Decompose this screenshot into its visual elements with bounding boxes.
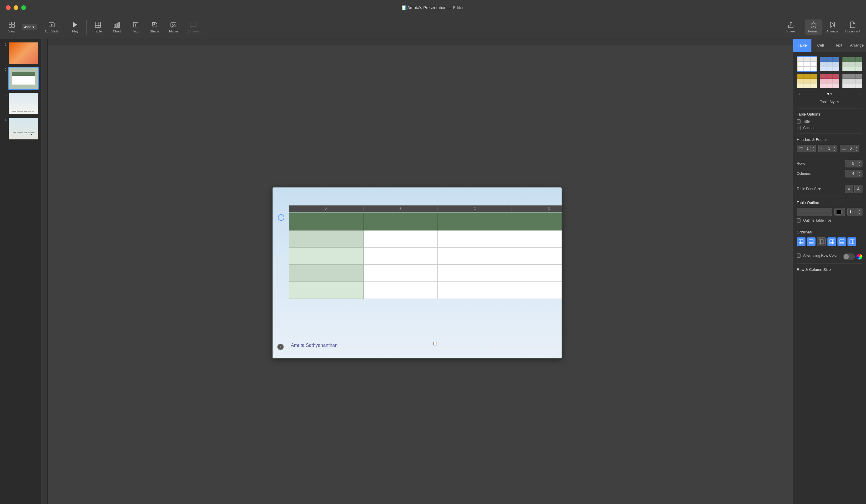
format-button[interactable]: Format [804,20,822,35]
table-cell-4-d[interactable] [512,282,562,299]
table-cell-1-b[interactable] [363,230,438,248]
font-size-decrease[interactable]: A [845,185,853,193]
table-cell-1-a[interactable] [289,230,364,248]
table-cell-3-b[interactable] [363,265,438,282]
alt-row-checkbox[interactable] [797,253,801,257]
font-size-increase[interactable]: A [854,185,863,193]
outline-color-picker[interactable]: ▾ [834,208,845,216]
view-button[interactable]: View [3,20,21,35]
header-cols-control[interactable]: 1 [818,145,837,152]
footer-up[interactable] [854,145,859,149]
gridlines-v-btn[interactable] [817,237,825,246]
table-cell-4-a[interactable] [289,282,364,299]
table-cell-2-b[interactable] [363,248,438,265]
media-tool-button[interactable]: Media [165,20,182,35]
header-rows-up[interactable] [811,145,815,149]
animate-button[interactable]: Animate [823,20,841,35]
tab-arrange[interactable]: Arrange [848,39,866,52]
share-button[interactable]: Share [782,20,800,35]
text-tool-button[interactable]: Text [127,20,145,35]
table-cell-3-c[interactable] [438,265,512,282]
table-cell-2-c[interactable] [438,248,512,265]
header-rows-down[interactable] [811,149,815,152]
slide-thumb-1[interactable]: 1 [2,42,38,65]
table-cell-2-a[interactable] [289,248,364,265]
outline-pt-up[interactable] [857,208,862,212]
rows-up[interactable] [857,160,862,163]
outline-pt-control[interactable]: 1 pt [847,208,863,216]
comment-tool-button[interactable]: Comment [184,20,203,35]
table-row-3[interactable] [289,265,562,282]
minimize-button[interactable] [13,5,18,10]
outline-pt-down[interactable] [857,212,862,216]
columns-up[interactable] [857,170,862,174]
ts-prev-button[interactable]: ‹ [797,91,802,96]
header-cols-down[interactable] [832,149,837,152]
table-cell-1-d[interactable] [512,230,562,248]
table-row-1[interactable] [289,230,562,248]
rows-stepper[interactable] [857,160,862,167]
header-cols-stepper[interactable] [832,145,837,152]
columns-stepper[interactable] [857,170,862,177]
table-cell-3-d[interactable] [512,265,562,282]
slide-thumb-2[interactable]: 2 [2,67,38,90]
gridlines-inner-h-btn[interactable] [837,237,846,246]
outline-title-checkbox[interactable] [797,218,801,222]
ts-white[interactable] [797,56,817,72]
table-cell-2-d[interactable] [512,248,562,265]
table-cell-h-b[interactable] [363,213,438,230]
alt-row-color-picker[interactable] [857,254,863,260]
header-rows-control[interactable]: 1 [797,145,816,152]
table-row-4[interactable] [289,282,562,299]
slide-table-container[interactable]: A B C D [284,213,562,344]
tab-table[interactable]: Table [793,39,811,52]
outline-style-picker[interactable]: ▾ [797,208,832,216]
table-cell-h-c[interactable] [438,213,512,230]
slide-preview-1[interactable] [8,42,38,65]
shape-tool-button[interactable]: Shape [146,20,164,35]
slide-preview-2[interactable] [8,67,38,90]
table-row-2[interactable] [289,248,562,265]
gridlines-all-btn[interactable] [797,237,806,246]
footer-control[interactable]: 0 [840,145,859,152]
table-cell-4-c[interactable] [438,282,512,299]
tab-text[interactable]: Text [830,39,848,52]
gridlines-inner-all-btn[interactable] [828,237,836,246]
columns-control[interactable]: 4 [845,170,863,177]
slide-table[interactable] [289,213,562,299]
table-cell-3-a[interactable] [289,265,364,282]
ts-yellow-header[interactable] [797,73,817,89]
table-bottom-center-handle[interactable] [433,342,437,345]
table-row-handle[interactable] [278,214,284,221]
ts-pink-header[interactable] [819,73,840,89]
caption-checkbox[interactable] [797,126,801,130]
ts-blue-header[interactable] [819,56,840,72]
table-eq-handle[interactable]: = [277,344,284,350]
slide-preview-3[interactable]: Using Keynote as a beginner [8,92,38,115]
slide-canvas[interactable]: A B C D [273,187,562,358]
header-cols-up[interactable] [832,145,837,149]
slide-preview-4[interactable]: Using Keynote as a beginner [8,117,38,140]
columns-down[interactable] [857,174,862,177]
slide-thumb-4[interactable]: 4 Using Keynote as a beginner [2,117,38,140]
play-button[interactable]: Play [66,20,84,35]
footer-stepper[interactable] [854,145,859,152]
gridlines-h-btn[interactable] [807,237,815,246]
ts-green-header[interactable] [842,56,863,72]
rows-down[interactable] [857,163,862,167]
table-cell-h-a[interactable] [289,213,364,230]
ts-next-button[interactable]: › [857,91,863,96]
slide-thumb-3[interactable]: 3 Using Keynote as a beginner [2,92,38,115]
maximize-button[interactable] [21,5,26,10]
zoom-control[interactable]: 49% ▾ [22,24,36,30]
table-cell-4-b[interactable] [363,282,438,299]
chart-tool-button[interactable]: Chart [108,20,126,35]
table-tool-button[interactable]: Table [89,20,107,35]
document-button[interactable]: Document [842,20,863,35]
alt-row-toggle[interactable] [843,253,855,260]
add-slide-button[interactable]: Add Slide [42,20,62,35]
title-checkbox[interactable] [797,119,801,124]
ts-gray-header[interactable] [842,73,863,89]
tab-cell[interactable]: Cell [811,39,830,52]
gridlines-inner-v-btn[interactable] [847,237,856,246]
